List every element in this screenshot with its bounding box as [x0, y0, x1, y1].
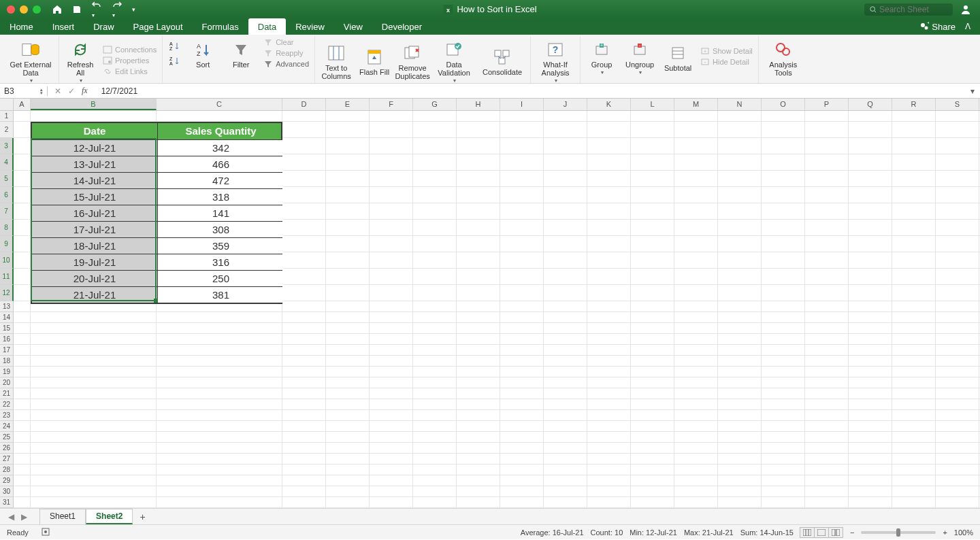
- normal-view-button[interactable]: [800, 527, 815, 538]
- analysis-tools-button[interactable]: Analysis Tools: [763, 37, 804, 77]
- row-header-12[interactable]: 12: [0, 285, 14, 301]
- redo-icon[interactable]: ▾: [112, 0, 122, 19]
- row-header-14[interactable]: 14: [0, 312, 14, 323]
- row-header-10[interactable]: 10: [0, 252, 14, 269]
- fx-icon[interactable]: fx: [82, 86, 88, 96]
- tab-draw[interactable]: Draw: [84, 18, 123, 35]
- search-sheet-box[interactable]: [864, 3, 953, 16]
- consolidate-button[interactable]: Consolidate: [478, 45, 526, 76]
- table-row[interactable]: 12-Jul-21342: [32, 139, 281, 156]
- tab-page-layout[interactable]: Page Layout: [124, 18, 193, 35]
- search-input[interactable]: [879, 5, 947, 14]
- table-cell[interactable]: 381: [158, 287, 284, 303]
- ungroup-button[interactable]: -Ungroup▾: [623, 37, 657, 76]
- data-validation-button[interactable]: Data Validation▾: [434, 37, 474, 84]
- qat-more-icon[interactable]: ▾: [132, 6, 135, 13]
- table-cell[interactable]: 16-Jul-21: [32, 205, 158, 221]
- refresh-all-button[interactable]: Refresh All▾: [63, 37, 97, 84]
- flash-fill-button[interactable]: Flash Fill: [357, 45, 391, 76]
- minimize-window-icon[interactable]: [20, 5, 28, 14]
- get-external-data-button[interactable]: Get External Data▾: [7, 37, 54, 84]
- col-header+Q[interactable]: Q: [849, 99, 892, 110]
- table-cell[interactable]: 18-Jul-21: [32, 238, 158, 254]
- share-button[interactable]: + Share: [919, 22, 956, 32]
- subtotal-button[interactable]: Subtotal: [661, 41, 695, 72]
- col-header+A[interactable]: A: [14, 99, 31, 110]
- table-row[interactable]: 14-Jul-21472: [32, 172, 281, 188]
- page-layout-view-button[interactable]: [814, 527, 829, 538]
- row-header-11[interactable]: 11: [0, 269, 14, 285]
- col-header+N[interactable]: N: [718, 99, 762, 110]
- table-header-cell[interactable]: Sales Quantity: [158, 123, 284, 139]
- row-header-29[interactable]: 29: [0, 475, 14, 486]
- tab-data[interactable]: Data: [248, 18, 286, 35]
- table-row[interactable]: 20-Jul-21250: [32, 270, 281, 286]
- reapply-button[interactable]: Reapply: [262, 48, 310, 58]
- table-row[interactable]: 17-Jul-21308: [32, 221, 281, 237]
- tab-home[interactable]: Home: [0, 18, 43, 35]
- row-header-3[interactable]: 3: [0, 138, 14, 154]
- table-cell[interactable]: 466: [158, 156, 284, 172]
- tab-view[interactable]: View: [334, 18, 372, 35]
- undo-icon[interactable]: ▾: [91, 0, 102, 19]
- table-cell[interactable]: 472: [158, 173, 284, 188]
- sort-button[interactable]: AZ Sort: [186, 37, 220, 69]
- table-row[interactable]: 16-Jul-21141: [32, 205, 281, 221]
- row-header-4[interactable]: 4: [0, 154, 14, 171]
- table-header-cell[interactable]: Date: [32, 123, 158, 139]
- tab-review[interactable]: Review: [286, 18, 334, 35]
- table-cell[interactable]: 359: [158, 238, 284, 254]
- text-to-columns-button[interactable]: Text to Columns: [319, 41, 353, 80]
- sheet-nav-prev[interactable]: ◀: [5, 512, 17, 522]
- row-header-19[interactable]: 19: [0, 367, 14, 377]
- col-header+F[interactable]: F: [370, 99, 413, 110]
- table-cell[interactable]: 13-Jul-21: [32, 156, 158, 172]
- sheet-tab-sheet2[interactable]: Sheet2: [86, 509, 133, 524]
- row-header-15[interactable]: 15: [0, 323, 14, 334]
- page-break-view-button[interactable]: [828, 527, 843, 538]
- expand-formula-bar[interactable]: ▾: [970, 86, 980, 96]
- zoom-level[interactable]: 100%: [954, 528, 973, 537]
- sheet-nav-next[interactable]: ▶: [18, 512, 30, 522]
- row-header-26[interactable]: 26: [0, 443, 14, 454]
- row-header-30[interactable]: 30: [0, 486, 14, 497]
- table-cell[interactable]: 19-Jul-21: [32, 254, 158, 270]
- table-cell[interactable]: 318: [158, 189, 284, 205]
- maximize-window-icon[interactable]: [33, 5, 41, 14]
- table-row[interactable]: 19-Jul-21316: [32, 254, 281, 270]
- row-header-18[interactable]: 18: [0, 356, 14, 367]
- row-header-23[interactable]: 23: [0, 410, 14, 421]
- group-button[interactable]: +Group▾: [585, 37, 619, 76]
- close-window-icon[interactable]: [7, 5, 15, 14]
- row-header-8[interactable]: 8: [0, 220, 14, 236]
- row-header-28[interactable]: 28: [0, 465, 14, 475]
- table-row[interactable]: 13-Jul-21466: [32, 156, 281, 172]
- remove-duplicates-button[interactable]: Remove Duplicates: [395, 41, 429, 80]
- spreadsheet-grid[interactable]: ABCDEFGHIJKLMNOPQRS 12345678910111213141…: [0, 99, 980, 508]
- col-header+G[interactable]: G: [413, 99, 457, 110]
- col-header+D[interactable]: D: [282, 99, 326, 110]
- col-header+K[interactable]: K: [587, 99, 631, 110]
- col-header+I[interactable]: I: [500, 99, 544, 110]
- table-cell[interactable]: 20-Jul-21: [32, 271, 158, 286]
- name-box[interactable]: B3 ▴▾: [0, 86, 48, 96]
- user-icon[interactable]: [960, 3, 972, 16]
- row-header-1[interactable]: 1: [0, 111, 14, 122]
- zoom-out-button[interactable]: −: [850, 528, 854, 537]
- home-icon[interactable]: [52, 4, 63, 15]
- col-header+H[interactable]: H: [457, 99, 500, 110]
- row-header-5[interactable]: 5: [0, 171, 14, 187]
- properties-button[interactable]: Properties: [101, 56, 158, 65]
- connections-button[interactable]: Connections: [101, 45, 158, 54]
- row-header-6[interactable]: 6: [0, 187, 14, 203]
- what-if-button[interactable]: ?What-If Analysis▾: [535, 37, 576, 84]
- save-icon[interactable]: [72, 5, 82, 14]
- col-header+J[interactable]: J: [544, 99, 587, 110]
- table-row[interactable]: 21-Jul-21381: [32, 286, 281, 303]
- table-cell[interactable]: 308: [158, 222, 284, 237]
- sheet-tab-sheet1[interactable]: Sheet1: [39, 509, 86, 524]
- show-detail-button[interactable]: +Show Detail: [699, 46, 754, 56]
- table-cell[interactable]: 14-Jul-21: [32, 173, 158, 188]
- table-cell[interactable]: 17-Jul-21: [32, 222, 158, 237]
- col-header+S[interactable]: S: [936, 99, 979, 110]
